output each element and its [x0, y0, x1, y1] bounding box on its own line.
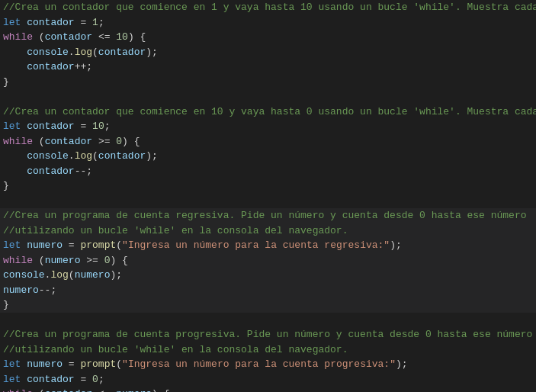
code-line: console.log(contador);: [0, 149, 536, 164]
section-4: //Crea un programa de cuenta progresiva.…: [0, 327, 536, 392]
code-line: let contador = 0;: [0, 372, 536, 387]
code-line: contador++;: [0, 59, 536, 75]
code-line: }: [0, 75, 536, 90]
empty-line: [0, 313, 536, 328]
code-line: let numero = prompt("Ingresa un número p…: [0, 238, 536, 253]
code-line: let numero = prompt("Ingresa un número p…: [0, 357, 536, 372]
code-line: contador--;: [0, 164, 536, 179]
code-line: }: [0, 178, 536, 194]
code-line: }: [0, 297, 536, 313]
section-2: //Crea un contador que comience en 10 y …: [0, 104, 536, 194]
code-line: while (contador <= numero) {: [0, 387, 536, 392]
code-line: let contador = 10;: [0, 119, 536, 134]
code-editor: //Crea un contador que comience en 1 y v…: [0, 0, 536, 392]
comment-line-4: //Crea un programa de cuenta progresiva.…: [0, 327, 536, 342]
code-line: while (contador <= 10) {: [0, 30, 536, 45]
empty-line: [0, 194, 536, 209]
section-1: //Crea un contador que comience en 1 y v…: [0, 0, 536, 89]
empty-line: [0, 89, 536, 104]
code-line: numero--;: [0, 283, 536, 298]
code-line: let contador = 1;: [0, 15, 536, 31]
section-3: //Crea un programa de cuenta regresiva. …: [0, 208, 536, 313]
code-line: while (numero >= 0) {: [0, 253, 536, 268]
comment-line-2: //Crea un contador que comience en 10 y …: [0, 104, 536, 120]
comment-line-3b: //utilizando un bucle 'while' en la cons…: [0, 223, 536, 239]
comment-line-3: //Crea un programa de cuenta regresiva. …: [0, 208, 536, 223]
comment-line-4b: //utilizando un bucle 'while' en la cons…: [0, 342, 536, 358]
code-line: console.log(contador);: [0, 45, 536, 60]
comment-line-1: //Crea un contador que comience en 1 y v…: [0, 0, 536, 15]
code-line: while (contador >= 0) {: [0, 134, 536, 149]
code-line: console.log(numero);: [0, 268, 536, 283]
